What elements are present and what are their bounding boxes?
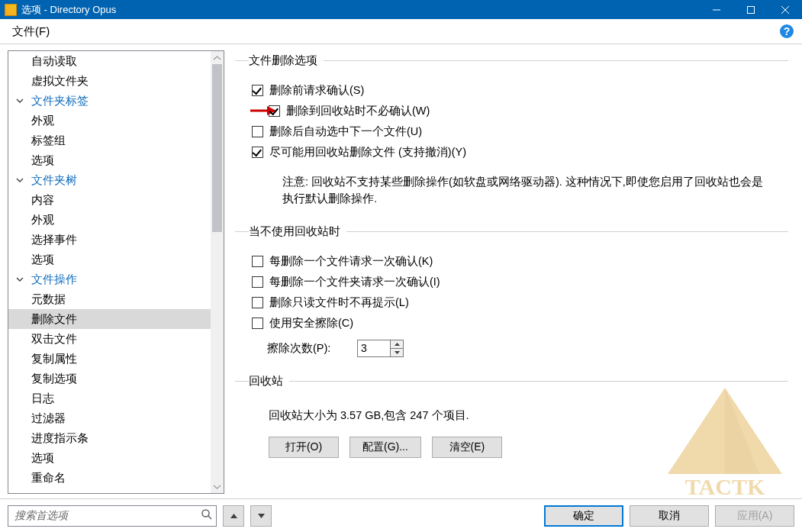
wipe-passes-label: 擦除次数(P): [267, 341, 351, 356]
tree-scrollbar[interactable] [211, 51, 224, 493]
tree-group[interactable]: 文件夹标签 [8, 91, 211, 111]
checkbox-skip-recycle-confirm[interactable]: 删除到回收站时不必确认(W) [252, 101, 788, 121]
tree-group[interactable]: 文件夹树 [8, 170, 211, 190]
tree-item[interactable]: 日志 [8, 389, 211, 408]
checkbox-skip-readonly-prompt[interactable]: 删除只读文件时不再提示(L) [252, 292, 788, 313]
checkbox-label: 使用安全擦除(C) [269, 316, 353, 330]
wipe-passes-input[interactable] [358, 340, 390, 356]
main-area: 自动读取虚拟文件夹文件夹标签外观标签组选项文件夹树内容外观选择事件选项文件操作元… [0, 44, 802, 498]
svg-line-11 [208, 516, 211, 519]
menubar: 文件(F) ? [0, 19, 802, 44]
content-panel: 文件删除选项 删除前请求确认(S) 删除到回收站时不必确认(W) 删除后自动选中… [229, 44, 802, 498]
checkbox-use-recycle-bin[interactable]: 尽可能用回收站删除文件 (支持撤消)(Y) [252, 142, 788, 163]
svg-marker-8 [395, 343, 400, 346]
svg-marker-9 [395, 351, 400, 354]
checkbox-label: 删除后自动选中下一个文件(U) [269, 124, 422, 139]
tree-item[interactable]: 自动读取 [8, 51, 211, 71]
empty-button[interactable]: 清空(E) [432, 437, 502, 458]
scroll-down-icon[interactable] [211, 480, 224, 493]
close-button[interactable] [768, 0, 802, 19]
wipe-passes-stepper[interactable] [357, 340, 404, 357]
prev-button[interactable] [223, 505, 244, 527]
tree-item[interactable]: 外观 [8, 210, 211, 230]
search-input[interactable]: 搜索首选项 [8, 505, 217, 527]
note-text: 注意: 回收站不支持某些删除操作(如软盘或网络驱动器). 这种情况下,即使您启用… [282, 173, 771, 208]
tree-item-label: 复制属性 [31, 353, 77, 365]
tree-item-label: 日志 [31, 392, 54, 405]
tree-group[interactable]: 文件操作 [8, 269, 211, 289]
svg-text:?: ? [784, 25, 791, 37]
tree-item[interactable]: 进度指示条 [8, 428, 211, 448]
apply-button[interactable]: 应用(A) [715, 505, 794, 527]
tree-item[interactable]: 删除文件 [8, 309, 211, 329]
spin-up-icon[interactable] [391, 340, 403, 349]
group-delete-options: 文件删除选项 删除前请求确认(S) 删除到回收站时不必确认(W) 删除后自动选中… [235, 53, 788, 208]
tree-item-label: 选项 [31, 253, 54, 266]
recycle-bin-buttons: 打开(O) 配置(G)... 清空(E) [269, 437, 788, 458]
group-no-recycle: 当不使用回收站时 每删除一个文件请求一次确认(K) 每删除一个文件夹请求一次确认… [235, 224, 788, 357]
checkbox-secure-wipe[interactable]: 使用安全擦除(C) [252, 313, 788, 334]
checkbox-icon [252, 297, 263, 308]
tree-item[interactable]: 元数据 [8, 289, 211, 309]
scroll-track[interactable] [211, 64, 224, 480]
checkbox-label: 删除前请求确认(S) [269, 83, 364, 98]
checkbox-confirm-before-delete[interactable]: 删除前请求确认(S) [252, 80, 788, 101]
open-button[interactable]: 打开(O) [269, 437, 339, 458]
checkbox-select-next-after-delete[interactable]: 删除后自动选中下一个文件(U) [252, 121, 788, 142]
svg-marker-13 [258, 514, 265, 518]
help-icon[interactable]: ? [779, 24, 794, 39]
configure-button[interactable]: 配置(G)... [349, 437, 421, 458]
window-title: 选项 - Directory Opus [21, 3, 699, 17]
checkbox-icon [252, 276, 263, 288]
tree-item[interactable]: 重命名 [8, 468, 211, 488]
svg-marker-12 [230, 514, 237, 518]
tree-item-label: 内容 [31, 194, 54, 206]
tree-item-label: 文件夹树 [31, 174, 77, 186]
tree-item[interactable]: 虚拟文件夹 [8, 71, 211, 91]
checkbox-confirm-each-folder[interactable]: 每删除一个文件夹请求一次确认(I) [252, 272, 788, 292]
tree-item[interactable]: 双击文件 [8, 329, 211, 349]
checkbox-icon [252, 147, 263, 158]
tree-item-label: 过滤器 [31, 412, 66, 424]
svg-rect-1 [747, 6, 754, 13]
checkbox-confirm-each-file[interactable]: 每删除一个文件请求一次确认(K) [252, 251, 788, 272]
app-icon [5, 4, 17, 16]
tree-item-label: 双击文件 [31, 333, 77, 345]
tree-item-label: 虚拟文件夹 [31, 75, 89, 87]
group-legend: 当不使用回收站时 [249, 224, 346, 239]
tree-item[interactable]: 复制选项 [8, 369, 211, 389]
ok-button[interactable]: 确定 [544, 505, 623, 527]
tree-content: 自动读取虚拟文件夹文件夹标签外观标签组选项文件夹树内容外观选择事件选项文件操作元… [8, 51, 211, 493]
minimize-button[interactable] [699, 0, 733, 19]
wipe-passes-row: 擦除次数(P): [252, 340, 788, 357]
tree-item[interactable]: 选项 [8, 448, 211, 468]
chevron-down-icon [16, 276, 24, 283]
tree-item-label: 标签组 [31, 134, 66, 147]
tree-item[interactable]: 选项 [8, 250, 211, 269]
tree-item[interactable]: 过滤器 [8, 408, 211, 428]
checkbox-icon [252, 318, 263, 329]
menu-file[interactable]: 文件(F) [8, 21, 54, 42]
spin-down-icon[interactable] [391, 349, 403, 356]
tree-item[interactable]: 外观 [8, 111, 211, 131]
maximize-button[interactable] [733, 0, 768, 19]
chevron-down-icon [16, 97, 24, 105]
tree-item-label: 自动读取 [31, 55, 77, 67]
tree-item-label: 进度指示条 [31, 432, 89, 444]
tree-item[interactable]: 标签组 [8, 131, 211, 150]
tree-item-label: 选择事件 [31, 234, 77, 246]
scroll-thumb[interactable] [212, 64, 222, 232]
tree-item-label: 元数据 [31, 293, 66, 305]
tree-item[interactable]: 选择事件 [8, 230, 211, 250]
checkbox-label: 每删除一个文件夹请求一次确认(I) [269, 275, 440, 289]
tree-item-label: 选项 [31, 154, 54, 166]
tree-item[interactable]: 选项 [8, 150, 211, 170]
next-button[interactable] [250, 505, 272, 527]
scroll-up-icon[interactable] [211, 51, 224, 64]
checkbox-label: 尽可能用回收站删除文件 (支持撤消)(Y) [269, 145, 466, 160]
checkbox-icon [252, 85, 263, 96]
tree-item[interactable]: 复制属性 [8, 349, 211, 369]
checkbox-label: 删除到回收站时不必确认(W) [286, 104, 430, 118]
cancel-button[interactable]: 取消 [630, 505, 709, 527]
tree-item[interactable]: 内容 [8, 190, 211, 210]
